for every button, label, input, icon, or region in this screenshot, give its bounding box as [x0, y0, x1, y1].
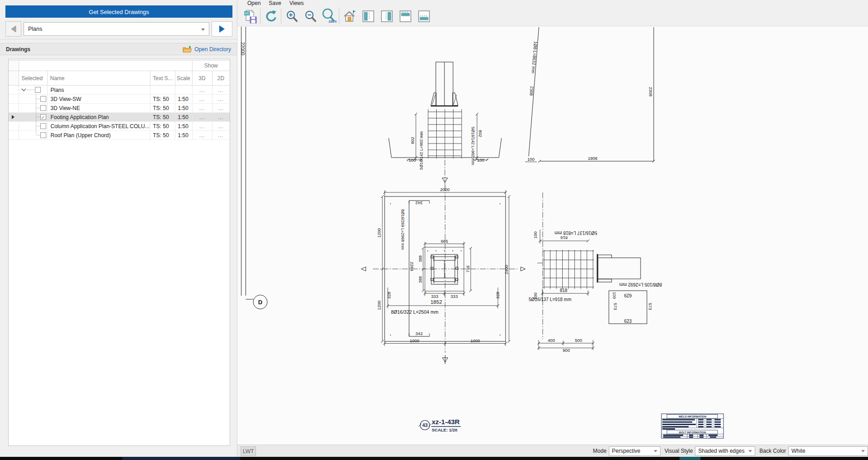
- table-row-3d-view-ne[interactable]: 3D View-NE TS: 50 1:50 ... ...: [9, 104, 230, 113]
- row-checkbox[interactable]: [40, 132, 46, 138]
- refresh-view-button[interactable]: [261, 8, 280, 25]
- column-header-selected[interactable]: Selected: [19, 71, 47, 86]
- drawing-set-combobox[interactable]: Plans: [24, 22, 209, 36]
- pane-top-button[interactable]: [396, 8, 415, 25]
- save-image-button[interactable]: IMG: [241, 8, 259, 25]
- show-3d-button[interactable]: ...: [192, 131, 212, 140]
- row-checkbox[interactable]: [35, 87, 41, 93]
- pane-left-icon: [362, 10, 375, 23]
- open-directory-link[interactable]: Open Directory: [183, 45, 231, 53]
- drawing-name[interactable]: Footing Application Plan: [47, 113, 150, 122]
- column-header-2d[interactable]: 2D: [212, 71, 230, 86]
- column-header-name[interactable]: Name: [47, 71, 150, 86]
- grid-bubble-label: D: [258, 299, 262, 306]
- get-selected-drawings-button[interactable]: Get Selected Drawings: [5, 5, 232, 18]
- drawing-name[interactable]: 3D View-NE: [47, 104, 150, 113]
- rebar-label: 5Ø16/142 L=902 mm: [419, 131, 424, 170]
- expand-chevron-icon[interactable]: [21, 88, 26, 91]
- combobox-value: Plans: [28, 26, 42, 32]
- table-row-column-application-plan[interactable]: Column Application Plan-STEEL COLU... TS…: [9, 122, 230, 131]
- row-gutter: [9, 86, 19, 95]
- home-view-button[interactable]: [340, 8, 359, 25]
- row-checkbox[interactable]: [40, 96, 46, 102]
- chevron-down-icon: [654, 450, 657, 452]
- mode-select[interactable]: Perspective: [609, 446, 661, 456]
- taskbar-segment: [122, 457, 240, 460]
- show-2d-button[interactable]: ...: [212, 113, 230, 122]
- menu-open[interactable]: Open: [243, 0, 265, 7]
- pane-left-button[interactable]: [359, 8, 377, 25]
- tree-line: [36, 108, 40, 108]
- back-color-select[interactable]: White: [788, 446, 868, 456]
- column-header-scale[interactable]: Scale: [175, 71, 192, 86]
- drawings-list[interactable]: Show Selected Name Text S... Scale 3D 2D: [8, 59, 230, 446]
- open-folder-icon: [183, 45, 192, 53]
- show-2d-button[interactable]: ...: [212, 104, 230, 113]
- menu-save[interactable]: Save: [265, 0, 285, 7]
- back-button[interactable]: [5, 21, 21, 37]
- mode-label: Mode: [593, 448, 607, 454]
- drawing-name[interactable]: Column Application Plan-STEEL COLU...: [47, 122, 150, 131]
- rebar-label: 1Ø8 L=8632 mm: [530, 41, 538, 74]
- dim-label: 1200: [376, 301, 381, 310]
- drawings-panel: Get Selected Drawings Plans Drawings: [0, 0, 237, 457]
- rebar-label: 8Ø8/105 L=2692 mm: [619, 282, 662, 287]
- menu-views[interactable]: Views: [285, 0, 308, 7]
- show-2d-button[interactable]: ...: [212, 86, 230, 95]
- scale-value: 1:50: [175, 104, 192, 113]
- chevron-down-icon: [201, 29, 205, 31]
- table-row-footing-application-plan[interactable]: Footing Application Plan TS: 50 1:50 ...…: [9, 113, 230, 122]
- dim-label: 100: [612, 292, 617, 299]
- toolbar-separator: [260, 9, 260, 24]
- pane-bottom-icon: [417, 10, 431, 23]
- current-row-marker-icon: [12, 115, 14, 119]
- row-gutter: [9, 113, 19, 122]
- zoom-out-icon: [304, 10, 317, 23]
- row-checkbox[interactable]: [40, 123, 46, 129]
- dim-label: 2400: [504, 265, 509, 274]
- dim-label: 2000: [440, 187, 449, 192]
- show-3d-button[interactable]: ...: [192, 113, 212, 122]
- lwt-toggle-button[interactable]: LWT: [241, 446, 256, 456]
- show-2d-button[interactable]: ...: [212, 95, 230, 104]
- table-row-3d-view-sw[interactable]: 3D View-SW TS: 50 1:50 ... ...: [9, 95, 230, 104]
- table-row-roof-plan[interactable]: Roof Plan (Upper Chord) TS: 50 1:50 ... …: [9, 131, 230, 140]
- os-taskbar[interactable]: [0, 457, 868, 460]
- show-3d-button[interactable]: ...: [192, 95, 212, 104]
- drawing-name[interactable]: Plans: [47, 86, 150, 95]
- application-window: Get Selected Drawings Plans Drawings: [0, 0, 868, 460]
- empty-group-cell: [19, 61, 192, 71]
- show-3d-button[interactable]: ...: [192, 122, 212, 131]
- visual-style-value: Shaded with edges: [698, 448, 746, 454]
- zoom-in-icon: [285, 10, 299, 23]
- drawing-name[interactable]: 3D View-SW: [47, 95, 150, 104]
- drawing-canvas[interactable]: D 22000: [237, 26, 868, 445]
- tree-line: [27, 90, 34, 90]
- show-3d-button[interactable]: ...: [192, 86, 212, 95]
- column-header-text-s[interactable]: Text S...: [150, 71, 175, 86]
- pane-bottom-button[interactable]: [415, 8, 433, 25]
- drawing-title-scale: SCALE: 1/20: [432, 427, 458, 432]
- show-2d-button[interactable]: ...: [212, 131, 230, 140]
- zoom-out-button[interactable]: [301, 8, 319, 25]
- row-checkbox[interactable]: [40, 114, 46, 120]
- row-gutter: [9, 122, 19, 131]
- panel-separator: [0, 39, 237, 39]
- column-header-3d[interactable]: 3D: [192, 71, 212, 86]
- visual-style-select[interactable]: Shaded with edges: [695, 446, 755, 456]
- drawing-name[interactable]: Roof Plan (Upper Chord): [47, 131, 150, 140]
- pane-right-button[interactable]: [377, 8, 396, 25]
- navigation-row: Plans: [0, 21, 237, 37]
- table-row-plans[interactable]: Plans ... ...: [9, 86, 230, 95]
- drawing-title-name: xz-1-43R: [432, 418, 460, 426]
- dim-label: 716: [465, 265, 470, 273]
- row-checkbox[interactable]: [40, 105, 46, 111]
- text-scale-value: TS: 50: [150, 131, 175, 140]
- zoom-in-button[interactable]: [282, 8, 301, 25]
- forward-button[interactable]: [212, 21, 232, 37]
- zoom-100-button[interactable]: 100%: [319, 8, 338, 25]
- dim-label: 802: [410, 137, 415, 144]
- drawing-viewer: Open Save Views IMG: [237, 0, 868, 457]
- show-2d-button[interactable]: ...: [212, 122, 230, 131]
- show-3d-button[interactable]: ...: [192, 104, 212, 113]
